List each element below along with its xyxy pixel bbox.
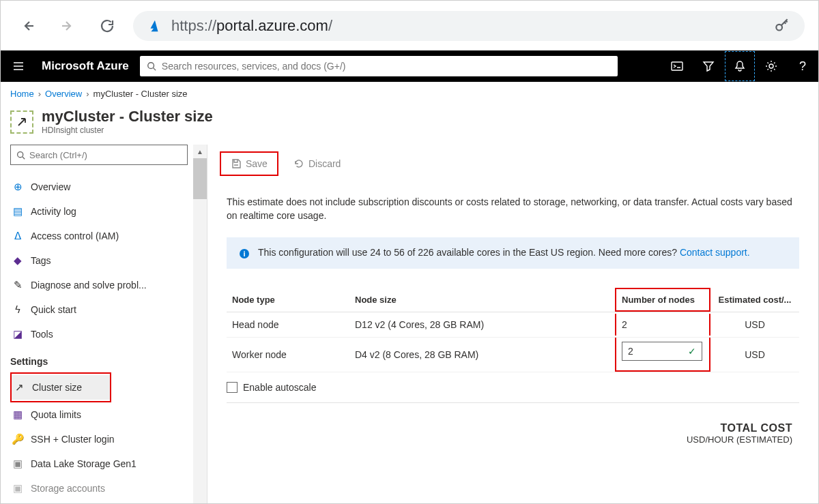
- breadcrumb: Home › Overview › myCluster - Cluster si…: [1, 82, 818, 105]
- hamburger-menu-button[interactable]: [6, 60, 31, 72]
- browser-reload-button[interactable]: [94, 12, 121, 40]
- key-icon[interactable]: [773, 17, 791, 35]
- cluster-size-header-icon: [10, 110, 33, 134]
- search-icon: [16, 151, 25, 160]
- svg-point-0: [776, 24, 782, 30]
- svg-point-3: [769, 64, 773, 68]
- svg-point-4: [18, 151, 23, 157]
- azure-top-bar: Microsoft Azure ?: [1, 50, 818, 82]
- quick-start-icon: ϟ: [12, 303, 24, 316]
- sidebar-search-input[interactable]: [29, 150, 182, 160]
- svg-point-1: [148, 63, 154, 69]
- head-node-count: 2: [616, 314, 709, 336]
- quota-icon: ▦: [12, 409, 24, 421]
- sidebar-item-quick-start[interactable]: ϟQuick start: [10, 297, 207, 322]
- total-cost: TOTAL COST USD/HOUR (ESTIMATED): [227, 422, 799, 445]
- info-box: i This configuration will use 24 to 56 o…: [227, 237, 799, 269]
- svg-text:i: i: [243, 250, 245, 258]
- page-title: myCluster - Cluster size: [42, 108, 213, 125]
- estimate-note: This estimate does not include subscript…: [227, 196, 799, 222]
- browser-forward-button[interactable]: [54, 12, 81, 40]
- table-row: Head node D12 v2 (4 Cores, 28 GB RAM) 2 …: [227, 312, 799, 338]
- tools-icon: ◪: [12, 328, 24, 340]
- scroll-up-icon[interactable]: ▲: [193, 145, 207, 158]
- search-icon: [147, 61, 156, 71]
- enable-autoscale-checkbox[interactable]: Enable autoscale: [227, 382, 799, 393]
- sidebar-item-quota-limits[interactable]: ▦Quota limits: [10, 402, 207, 427]
- breadcrumb-overview[interactable]: Overview: [45, 89, 82, 99]
- toolbar: Save Discard: [207, 145, 818, 183]
- nodes-table: Node type Node size Number of nodes Esti…: [227, 288, 799, 372]
- url-text: https://portal.azure.com/: [171, 17, 332, 35]
- browser-url-bar[interactable]: https://portal.azure.com/: [133, 11, 805, 41]
- checkbox-icon[interactable]: [227, 382, 238, 393]
- sidebar-section-settings: Settings: [10, 356, 207, 367]
- breadcrumb-current: myCluster - Cluster size: [94, 89, 188, 99]
- cloud-shell-icon[interactable]: [661, 50, 693, 82]
- worker-node-count-input[interactable]: 2 ✓: [622, 342, 702, 361]
- diagnose-icon: ✎: [12, 279, 24, 291]
- browser-navigation-bar: https://portal.azure.com/: [1, 1, 818, 50]
- access-control-icon: ᐃ: [12, 230, 24, 242]
- azure-global-search[interactable]: [140, 56, 618, 76]
- sidebar-item-storage-accounts[interactable]: ▣Storage accounts: [10, 476, 207, 501]
- sidebar-item-ssh-login[interactable]: 🔑SSH + Cluster login: [10, 427, 207, 451]
- azure-search-input[interactable]: [162, 61, 611, 72]
- browser-back-button[interactable]: [14, 12, 42, 40]
- sidebar-item-access-control[interactable]: ᐃAccess control (IAM): [10, 224, 207, 248]
- discard-icon: [293, 158, 304, 169]
- info-text: This configuration will use 24 to 56 of …: [258, 247, 680, 258]
- storage-icon: ▣: [12, 458, 24, 470]
- breadcrumb-home[interactable]: Home: [10, 89, 34, 99]
- cluster-size-icon: ↗: [13, 381, 25, 394]
- scrollbar-thumb[interactable]: [193, 158, 207, 199]
- directory-filter-icon[interactable]: [693, 50, 724, 82]
- col-node-type: Node type: [227, 288, 349, 312]
- sidebar-item-diagnose[interactable]: ✎Diagnose and solve probl...: [10, 273, 207, 297]
- save-icon: [231, 158, 242, 169]
- storage-icon: ▣: [12, 482, 24, 494]
- main-panel: Save Discard This estimate does not incl…: [207, 145, 818, 504]
- sidebar: « ⊕Overview ▤Activity log ᐃAccess contro…: [1, 145, 207, 504]
- activity-log-icon: ▤: [12, 205, 24, 218]
- table-row: Worker node D4 v2 (8 Cores, 28 GB RAM) 2…: [227, 338, 799, 372]
- sidebar-item-overview[interactable]: ⊕Overview: [10, 175, 207, 199]
- help-icon[interactable]: ?: [787, 50, 818, 82]
- overview-icon: ⊕: [12, 181, 24, 193]
- key-icon: 🔑: [12, 433, 24, 445]
- check-icon: ✓: [688, 346, 696, 357]
- page-header: myCluster - Cluster size HDInsight clust…: [1, 105, 818, 145]
- sidebar-item-tags[interactable]: ◆Tags: [10, 248, 207, 273]
- col-num-nodes: Number of nodes: [615, 288, 710, 312]
- discard-button[interactable]: Discard: [288, 155, 346, 172]
- page-subtitle: HDInsight cluster: [42, 125, 213, 135]
- save-button[interactable]: Save: [225, 155, 273, 172]
- col-cost: Estimated cost/...: [710, 288, 799, 312]
- settings-gear-icon[interactable]: [756, 50, 787, 82]
- contact-support-link[interactable]: Contact support.: [680, 247, 750, 258]
- sidebar-item-data-lake[interactable]: ▣Data Lake Storage Gen1: [10, 451, 207, 476]
- sidebar-item-activity-log[interactable]: ▤Activity log: [10, 199, 207, 224]
- notifications-icon[interactable]: [724, 50, 756, 82]
- sidebar-scrollbar[interactable]: ▲: [193, 145, 207, 504]
- col-node-size: Node size: [349, 288, 615, 312]
- svg-rect-2: [672, 62, 682, 70]
- sidebar-item-tools[interactable]: ◪Tools: [10, 322, 207, 346]
- info-icon: i: [239, 248, 250, 259]
- azure-brand-label: Microsoft Azure: [42, 59, 129, 73]
- sidebar-item-cluster-size[interactable]: ↗Cluster size: [12, 375, 110, 400]
- tags-icon: ◆: [12, 254, 24, 267]
- sidebar-search[interactable]: [10, 145, 188, 165]
- azure-logo-icon: [147, 18, 162, 33]
